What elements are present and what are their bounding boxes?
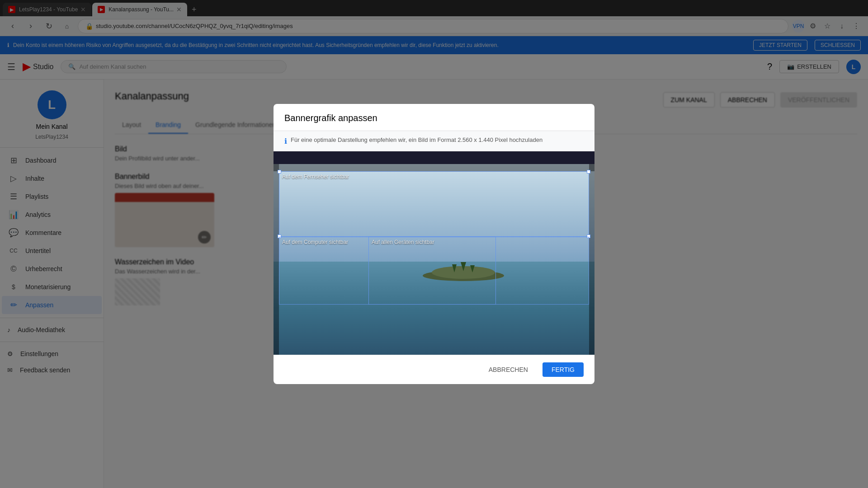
- image-editor: Auf dem Fernseher sichtbar Auf dem Compu…: [274, 151, 594, 355]
- dim-top: [274, 164, 594, 171]
- modal-confirm-button[interactable]: FERTIG: [542, 362, 584, 377]
- desktop-zone-label: Auf dem Computer sichtbar: [282, 239, 348, 245]
- image-area[interactable]: Auf dem Fernseher sichtbar Auf dem Compu…: [274, 164, 594, 355]
- crop-overlay: Auf dem Fernseher sichtbar Auf dem Compu…: [274, 164, 594, 355]
- banner-crop-modal: Bannergrafik anpassen ℹ Für eine optimal…: [274, 104, 594, 384]
- modal-header: Bannergrafik anpassen: [274, 104, 594, 131]
- desktop-zone-border: Auf dem Computer sichtbar: [279, 237, 589, 305]
- modal-cancel-button[interactable]: ABBRECHEN: [480, 362, 537, 377]
- modal-info-icon: ℹ: [284, 137, 287, 145]
- modal-info-text: Für eine optimale Darstellung empfehlen …: [291, 136, 542, 143]
- dark-bar-top: [274, 151, 594, 164]
- modal-overlay[interactable]: Bannergrafik anpassen ℹ Für eine optimal…: [0, 0, 868, 488]
- modal-info: ℹ Für eine optimale Darstellung empfehle…: [274, 131, 594, 151]
- dim-right: [589, 164, 594, 355]
- all-devices-label: Auf allen Geräten sichtbar: [372, 239, 434, 245]
- modal-footer: ABBRECHEN FERTIG: [274, 355, 594, 384]
- modal-title: Bannergrafik anpassen: [284, 113, 584, 123]
- all-devices-zone-border: Auf allen Geräten sichtbar: [368, 237, 496, 305]
- modal-body: Auf dem Fernseher sichtbar Auf dem Compu…: [274, 151, 594, 355]
- tv-zone-border: Auf dem Fernseher sichtbar: [279, 171, 589, 237]
- tv-zone-label: Auf dem Fernseher sichtbar: [282, 174, 349, 180]
- dim-left: [274, 164, 279, 355]
